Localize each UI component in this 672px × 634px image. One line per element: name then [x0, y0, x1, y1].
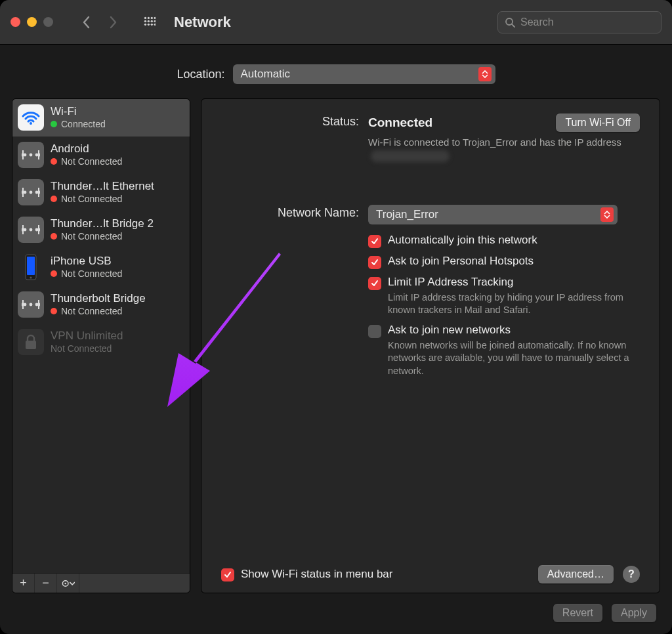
service-actions-menu-button[interactable] — [57, 574, 79, 593]
opt-auto-join[interactable]: Automatically join this network — [368, 234, 640, 248]
service-row-android[interactable]: Android Not Connected — [12, 137, 190, 174]
lock-icon — [18, 329, 44, 355]
svg-point-5 — [148, 20, 150, 22]
service-status: Not Connected — [51, 268, 122, 280]
service-row-iphone-usb[interactable]: iPhone USB Not Connected — [12, 249, 190, 286]
service-name: iPhone USB — [51, 255, 122, 268]
opt-show-menubar[interactable]: Show Wi-Fi status in menu bar — [221, 567, 392, 581]
opt-label: Show Wi-Fi status in menu bar — [241, 568, 392, 581]
svg-point-15 — [24, 154, 27, 157]
apply-button[interactable]: Apply — [612, 604, 656, 622]
network-preferences-window: Network Location: Automatic — [0, 0, 672, 634]
help-button[interactable]: ? — [623, 566, 640, 583]
search-field[interactable] — [497, 11, 662, 33]
svg-point-27 — [24, 303, 27, 306]
service-row-wifi[interactable]: Wi-Fi Connected — [12, 99, 190, 137]
opt-description: Known networks will be joined automatica… — [388, 339, 640, 378]
status-dot-icon — [51, 196, 57, 202]
minimize-window-button[interactable] — [27, 17, 37, 27]
status-dot-icon — [51, 270, 57, 277]
svg-point-14 — [30, 122, 32, 125]
advanced-button[interactable]: Advanced… — [538, 565, 614, 583]
select-stepper-icon — [600, 207, 614, 222]
opt-ask-hotspots[interactable]: Ask to join Personal Hotspots — [368, 255, 640, 269]
service-row-tb-bridge[interactable]: Thunderbolt Bridge Not Connected — [12, 286, 190, 324]
forward-button[interactable] — [102, 11, 124, 33]
detail-footer: Show Wi-Fi status in menu bar Advanced… … — [221, 555, 640, 583]
ip-address-redacted — [371, 150, 450, 162]
checkbox-checked-icon — [368, 235, 381, 248]
service-list: Wi-Fi Connected Android Not Connected — [12, 99, 190, 573]
service-name: Thunder…lt Ethernet — [51, 180, 154, 193]
detail-form: Status: Connected Turn Wi-Fi Off Wi-Fi i… — [221, 114, 640, 377]
status-label: Status: — [221, 114, 359, 129]
opt-description: Limit IP address tracking by hiding your… — [388, 291, 640, 317]
network-name-label: Network Name: — [221, 205, 359, 220]
status-dot-icon — [51, 121, 57, 127]
svg-point-9 — [148, 23, 150, 25]
opt-label: Limit IP Address Tracking — [388, 276, 640, 289]
svg-point-18 — [24, 191, 27, 194]
svg-point-19 — [30, 191, 33, 194]
detail-panel: Status: Connected Turn Wi-Fi Off Wi-Fi i… — [201, 98, 660, 593]
select-stepper-icon — [478, 67, 492, 81]
svg-point-11 — [154, 23, 156, 25]
toolbar: Network — [0, 0, 672, 45]
network-name-select[interactable]: Trojan_Error — [368, 205, 618, 224]
opt-limit-ip-tracking[interactable]: Limit IP Address Tracking Limit IP addre… — [368, 276, 640, 317]
svg-point-6 — [151, 20, 153, 22]
service-row-tb-ethernet[interactable]: Thunder…lt Ethernet Not Connected — [12, 174, 190, 211]
ethernet-icon — [18, 179, 44, 205]
checkbox-unchecked-icon — [368, 325, 381, 338]
close-window-button[interactable] — [10, 17, 20, 27]
opt-ask-new-networks[interactable]: Ask to join new networks Known networks … — [368, 324, 640, 378]
show-all-preferences-button[interactable] — [140, 12, 159, 32]
service-status: Not Connected — [51, 343, 123, 354]
svg-point-3 — [154, 16, 156, 18]
svg-point-28 — [30, 303, 33, 306]
remove-service-button[interactable]: − — [35, 574, 57, 593]
zoom-window-button[interactable] — [43, 17, 53, 27]
svg-point-4 — [144, 20, 146, 22]
service-name: Thunder…lt Bridge 2 — [51, 217, 154, 230]
svg-point-17 — [35, 154, 39, 157]
panels-row: Wi-Fi Connected Android Not Connected — [12, 98, 660, 593]
svg-point-16 — [30, 154, 33, 157]
opt-label: Ask to join new networks — [388, 324, 640, 337]
search-input[interactable] — [519, 16, 654, 29]
status-dot-icon — [51, 308, 57, 314]
svg-rect-25 — [27, 257, 35, 275]
back-button[interactable] — [75, 11, 98, 33]
iphone-icon — [18, 254, 44, 280]
wifi-toggle-button[interactable]: Turn Wi-Fi Off — [556, 114, 640, 132]
status-description: Wi-Fi is connected to Trojan_Error and h… — [368, 136, 640, 163]
svg-point-8 — [144, 23, 146, 25]
service-status: Not Connected — [51, 231, 154, 242]
services-sidebar: Wi-Fi Connected Android Not Connected — [12, 98, 190, 593]
checkbox-checked-icon — [368, 256, 381, 269]
ethernet-icon — [18, 142, 44, 168]
checkbox-checked-icon — [368, 277, 381, 290]
svg-point-1 — [148, 16, 150, 18]
service-row-vpn[interactable]: VPN Unlimited Not Connected — [12, 324, 190, 361]
revert-button[interactable]: Revert — [553, 604, 602, 622]
service-name: Android — [51, 142, 122, 156]
service-status: Not Connected — [51, 156, 122, 167]
network-name-value: Trojan_Error — [376, 208, 438, 221]
service-row-tb-bridge-2[interactable]: Thunder…lt Bridge 2 Not Connected — [12, 211, 190, 249]
service-status: Connected — [51, 119, 106, 130]
checkbox-checked-icon — [221, 568, 234, 581]
location-select[interactable]: Automatic — [233, 64, 495, 84]
svg-point-2 — [151, 16, 153, 18]
svg-point-32 — [64, 582, 66, 583]
status-dot-icon — [51, 233, 57, 240]
svg-point-10 — [151, 23, 153, 25]
ethernet-icon — [18, 217, 44, 243]
add-service-button[interactable]: + — [12, 574, 35, 593]
opt-label: Automatically join this network — [388, 234, 537, 247]
wifi-options: Automatically join this network Ask to j… — [368, 234, 640, 378]
location-row: Location: Automatic — [12, 64, 660, 84]
service-name: Thunderbolt Bridge — [51, 292, 146, 305]
svg-point-7 — [154, 20, 156, 22]
svg-line-13 — [512, 24, 514, 27]
